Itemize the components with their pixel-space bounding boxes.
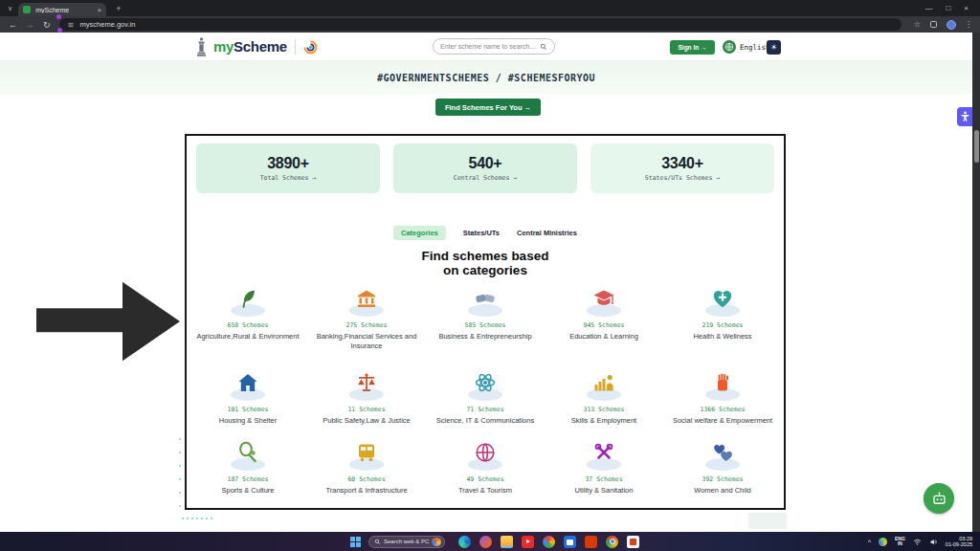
tray-app-icon[interactable] [879, 538, 887, 546]
category-card[interactable]: 11 SchemesPublic Safety,Law & Justice [307, 369, 426, 439]
category-name: Skills & Employment [548, 416, 659, 426]
decorative-dot [182, 518, 184, 519]
theme-toggle-button[interactable]: ☀ [767, 40, 781, 55]
store-taskbar-icon[interactable] [564, 536, 576, 548]
site-logo[interactable]: myScheme [213, 38, 287, 55]
category-card[interactable]: 658 SchemesAgriculture,Rural & Environme… [189, 285, 307, 369]
sprout-icon [236, 287, 259, 310]
address-bar[interactable]: myscheme.gov.in [59, 18, 902, 31]
decorative-dot [179, 505, 181, 507]
category-card[interactable]: 37 SchemesUtility & Sanitation [545, 439, 663, 509]
category-name: Housing & Shelter [192, 416, 303, 426]
category-scheme-count: 60 Schemes [347, 475, 385, 483]
photos-taskbar-icon[interactable] [543, 536, 555, 548]
tab-central-ministries[interactable]: Central Ministries [517, 229, 577, 237]
scheme-search-input[interactable] [440, 43, 540, 50]
taskbar-search[interactable]: Search web & PC [368, 536, 445, 548]
decorative-dot [179, 438, 181, 440]
red-app-taskbar-icon[interactable] [585, 536, 597, 548]
scrollbar-thumb[interactable] [974, 130, 979, 163]
reload-button[interactable]: ↻ [43, 20, 51, 30]
decorative-dot [211, 518, 212, 519]
youtube-taskbar-icon[interactable] [522, 536, 534, 548]
office-taskbar-icon[interactable] [627, 536, 639, 548]
tab-states-uts[interactable]: States/UTs [463, 229, 500, 237]
category-card[interactable]: 101 SchemesHousing & Shelter [189, 369, 307, 439]
stat-label: Total Schemes → [260, 174, 317, 182]
category-icon-wrap [702, 439, 744, 472]
wifi-icon[interactable] [913, 538, 922, 546]
file-explorer-taskbar-icon[interactable] [501, 536, 513, 548]
tab-close-icon[interactable]: × [97, 6, 101, 14]
category-name: Women and Child [667, 486, 778, 496]
category-card[interactable]: 585 SchemesBusiness & Entrepreneurship [426, 285, 545, 369]
profile-avatar[interactable] [947, 20, 956, 30]
page-scrollbar[interactable] [972, 33, 980, 532]
category-card[interactable]: 392 SchemesWomen and Child [663, 439, 782, 509]
category-icon-wrap [702, 369, 744, 402]
stat-card[interactable]: 3340+States/UTs Schemes → [590, 143, 774, 193]
window-maximize-button[interactable]: □ [946, 0, 950, 16]
clock[interactable]: 03:29 01-09-2025 [946, 536, 972, 548]
house-icon [236, 371, 259, 394]
language-selector[interactable]: English [740, 43, 770, 52]
accessibility-widget-button[interactable] [957, 107, 973, 126]
start-button[interactable] [350, 537, 361, 547]
category-card[interactable]: 313 SchemesSkills & Employment [545, 369, 663, 439]
new-tab-button[interactable]: + [116, 4, 121, 13]
racket-icon [236, 441, 259, 464]
category-name: Social welfare & Empowerment [667, 416, 778, 426]
robot-icon [930, 490, 948, 508]
edge-taskbar-icon[interactable] [458, 536, 471, 548]
find-schemes-button[interactable]: Find Schemes For You → [435, 99, 541, 116]
site-settings-icon[interactable] [67, 21, 75, 29]
bookmark-star-icon[interactable]: ☆ [914, 20, 921, 29]
category-card[interactable]: 49 SchemesTravel & Tourism [426, 439, 545, 509]
extensions-icon[interactable] [929, 20, 938, 29]
window-close-button[interactable]: × [964, 0, 969, 16]
graduation-cap-icon [592, 287, 615, 310]
category-scheme-count: 392 Schemes [702, 475, 743, 483]
category-card[interactable]: 187 SchemesSports & Culture [189, 439, 307, 509]
fist-icon [711, 371, 734, 394]
decorative-dot [206, 518, 208, 519]
tab-categories[interactable]: Categories [393, 226, 446, 240]
stat-value: 3890+ [267, 155, 308, 172]
scheme-search-box[interactable] [433, 38, 555, 55]
stat-value: 3340+ [661, 155, 702, 172]
category-name: Transport & Infrastructure [311, 486, 422, 496]
browser-tab[interactable]: myScheme × [18, 3, 106, 16]
search-icon[interactable] [540, 43, 547, 51]
forward-button[interactable]: → [26, 20, 34, 30]
system-tray: ^ ENG IN 03:29 01-09-2025 [868, 536, 980, 548]
category-name: Banking,Financial Services and Insurance [311, 332, 422, 350]
category-card[interactable]: 60 SchemesTransport & Infrastructure [307, 439, 426, 509]
stat-card[interactable]: 3890+Total Schemes → [196, 143, 380, 193]
schemes-overview-card: 3890+Total Schemes →540+Central Schemes … [185, 134, 786, 510]
chrome-taskbar-icon[interactable] [606, 536, 618, 548]
back-button[interactable]: ← [9, 20, 17, 30]
tab-search-caret-icon[interactable]: ∨ [8, 5, 12, 12]
stat-card[interactable]: 540+Central Schemes → [393, 143, 577, 193]
language-indicator[interactable]: ENG IN [895, 537, 905, 547]
chatbot-button[interactable] [924, 483, 954, 514]
category-card[interactable]: 945 SchemesEducation & Learning [545, 285, 663, 369]
sign-in-button[interactable]: Sign In → [670, 40, 715, 55]
category-name: Health & Wellness [667, 332, 778, 342]
wrenches-icon [592, 441, 615, 464]
category-card[interactable]: 275 SchemesBanking,Financial Services an… [307, 285, 426, 369]
category-scheme-count: 275 Schemes [345, 321, 387, 329]
window-minimize-button[interactable]: — [924, 0, 932, 16]
volume-icon[interactable] [929, 538, 938, 546]
annotation-dot [56, 14, 61, 19]
hidden-icons-chevron[interactable]: ^ [868, 539, 871, 545]
page-content: myScheme Sign In → English ☀ #GOVERNMENT… [0, 33, 980, 532]
category-card[interactable]: 1366 SchemesSocial welfare & Empowerment [663, 369, 782, 439]
atom-icon [474, 371, 497, 394]
browser-menu-icon[interactable]: ⋮ [965, 20, 972, 29]
category-card[interactable]: 71 SchemesScience, IT & Communications [426, 369, 545, 439]
hearts-icon [711, 441, 734, 464]
copilot-taskbar-icon[interactable] [479, 536, 492, 548]
category-card[interactable]: 219 SchemesHealth & Wellness [663, 285, 782, 369]
language-globe-icon[interactable] [723, 40, 736, 54]
